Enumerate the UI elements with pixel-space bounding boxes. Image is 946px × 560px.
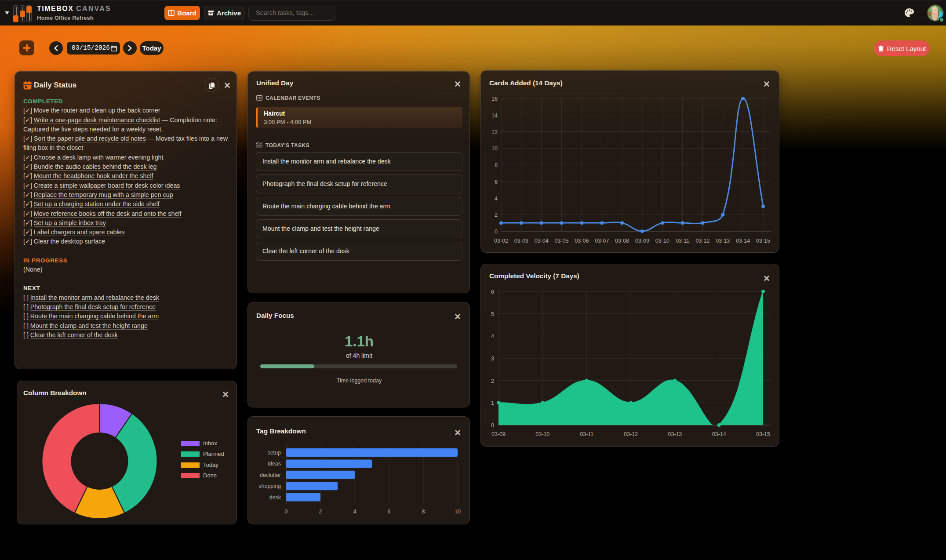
svg-text:0: 0 bbox=[491, 422, 494, 429]
svg-text:03-13: 03-13 bbox=[668, 431, 682, 437]
svg-text:0: 0 bbox=[495, 229, 498, 235]
svg-text:03-12: 03-12 bbox=[624, 431, 638, 437]
svg-text:5: 5 bbox=[491, 311, 494, 317]
svg-text:4: 4 bbox=[495, 196, 498, 202]
svg-text:0: 0 bbox=[285, 509, 288, 515]
svg-text:03-09: 03-09 bbox=[491, 431, 506, 437]
svg-text:ideas: ideas bbox=[268, 461, 281, 467]
svg-text:03-02: 03-02 bbox=[494, 238, 508, 244]
svg-text:03-06: 03-06 bbox=[575, 238, 589, 244]
svg-text:03-03: 03-03 bbox=[514, 238, 528, 244]
svg-text:4: 4 bbox=[353, 509, 357, 515]
svg-text:12: 12 bbox=[491, 129, 498, 135]
svg-text:6: 6 bbox=[495, 179, 498, 185]
svg-text:03-12: 03-12 bbox=[696, 238, 710, 244]
svg-text:setup: setup bbox=[267, 450, 281, 456]
svg-text:03-04: 03-04 bbox=[535, 238, 549, 244]
svg-text:6: 6 bbox=[388, 509, 391, 515]
svg-text:1: 1 bbox=[491, 400, 494, 406]
svg-text:6: 6 bbox=[491, 289, 494, 295]
svg-text:03-11: 03-11 bbox=[676, 238, 689, 244]
svg-text:03-10: 03-10 bbox=[655, 238, 669, 244]
svg-text:03-15: 03-15 bbox=[756, 238, 770, 244]
svg-text:03-09: 03-09 bbox=[635, 238, 649, 244]
svg-text:03-13: 03-13 bbox=[716, 238, 730, 244]
svg-text:03-08: 03-08 bbox=[615, 238, 629, 244]
svg-text:declutter: declutter bbox=[260, 472, 281, 478]
svg-text:03-14: 03-14 bbox=[712, 431, 726, 437]
svg-text:16: 16 bbox=[491, 96, 498, 102]
svg-text:8: 8 bbox=[495, 162, 498, 168]
svg-text:2: 2 bbox=[491, 378, 494, 384]
svg-text:14: 14 bbox=[491, 113, 498, 119]
svg-text:3: 3 bbox=[491, 356, 494, 362]
svg-text:10: 10 bbox=[455, 509, 461, 515]
svg-text:03-07: 03-07 bbox=[595, 238, 609, 244]
svg-text:shopping: shopping bbox=[258, 483, 281, 489]
svg-text:2: 2 bbox=[319, 509, 322, 515]
svg-text:2: 2 bbox=[495, 212, 498, 218]
svg-text:03-11: 03-11 bbox=[580, 431, 593, 437]
svg-text:03-10: 03-10 bbox=[535, 431, 549, 437]
svg-text:03-05: 03-05 bbox=[555, 238, 569, 244]
svg-text:4: 4 bbox=[491, 333, 494, 339]
svg-text:desk: desk bbox=[269, 495, 281, 501]
svg-text:8: 8 bbox=[422, 509, 425, 515]
svg-text:03-15: 03-15 bbox=[756, 431, 770, 437]
svg-text:03-14: 03-14 bbox=[736, 238, 750, 244]
svg-text:10: 10 bbox=[491, 145, 498, 152]
